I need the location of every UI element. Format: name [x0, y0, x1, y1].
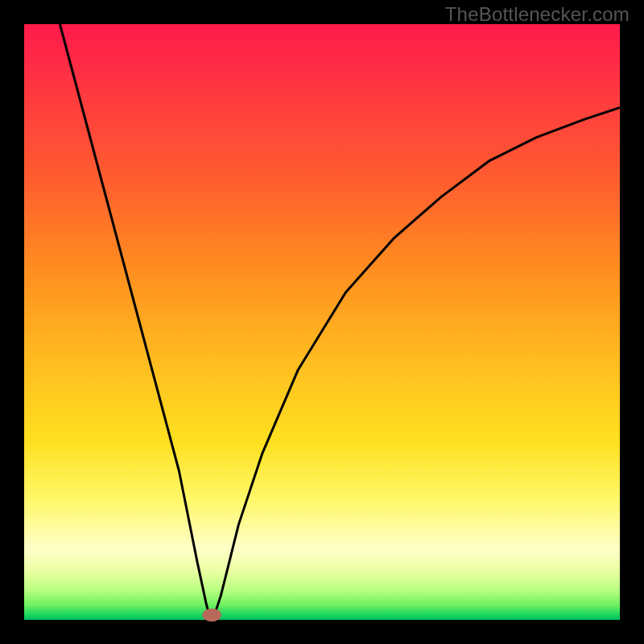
watermark-text: TheBottlenecker.com [445, 3, 630, 26]
plot-area [24, 24, 620, 620]
curve-svg [24, 24, 620, 620]
bottleneck-curve [60, 24, 620, 620]
optimal-point-marker [202, 609, 221, 621]
chart-frame: TheBottlenecker.com [0, 0, 644, 644]
